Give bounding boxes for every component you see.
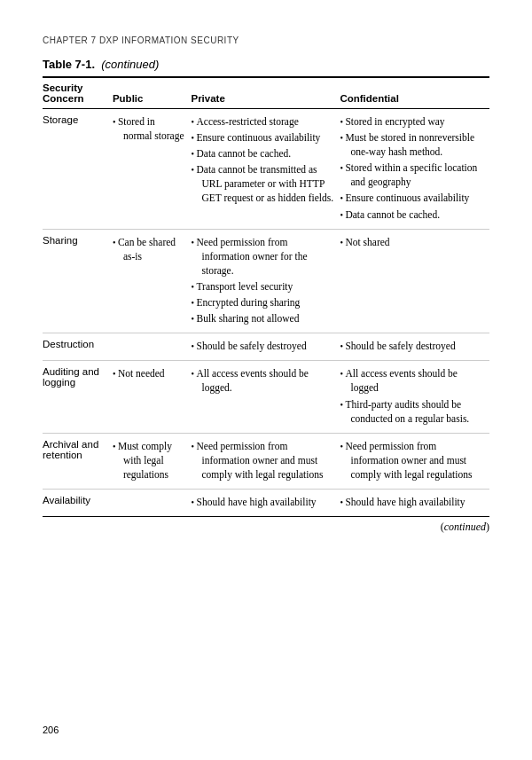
cell-confidential: Stored in encrypted wayMust be stored in… [340,109,489,230]
cell-public: Stored in normal storage [113,109,192,230]
list-item: Should have high availability [340,495,484,509]
list-item: Bulk sharing not allowed [191,311,334,325]
col-header-confidential: Confidential [340,77,489,109]
list-item: Need permission from information owner f… [191,235,334,278]
cell-concern: Storage [43,109,113,230]
list-item: Data cannot be cached. [340,208,484,222]
cell-private: Should have high availability [191,489,340,516]
table-row: Archival and retentionMust comply with l… [43,433,489,489]
list-item: Not shared [340,235,484,249]
list-item: Access-restricted storage [191,114,334,129]
list-item: Data cannot be transmitted as URL parame… [191,162,334,205]
table-row: StorageStored in normal storageAccess-re… [43,109,489,230]
cell-concern: Archival and retention [43,433,113,489]
table-row: SharingCan be shared as-isNeed permissio… [43,229,489,333]
list-item: Should be safely destroyed [340,339,484,353]
cell-confidential: Not shared [340,229,489,333]
page-number: 206 [43,725,59,735]
cell-concern: Sharing [43,229,113,333]
col-header-private: Private [191,77,340,109]
list-item: Should have high availability [191,495,334,509]
list-item: Stored in encrypted way [340,114,484,129]
list-item: Should be safely destroyed [191,339,334,353]
list-item: Must comply with legal regulations [113,439,186,482]
chapter-header: CHAPTER 7 DXP INFORMATION SECURITY [43,35,489,45]
table-row: Auditing and loggingNot neededAll access… [43,361,489,433]
table-title-bold: Table 7-1. [43,58,95,71]
list-item: Transport level security [191,279,334,294]
cell-confidential: All access events should be loggedThird-… [340,361,489,433]
continued-footer: (continued) [43,521,489,534]
cell-private: All access events should be logged. [191,361,340,433]
list-item: All access events should be logged. [191,366,334,395]
cell-public [113,333,192,361]
list-item: Ensure continuous availability [340,191,484,205]
list-item: Need permission from information owner a… [191,439,334,482]
security-table: SecurityConcern Public Private Confident… [43,76,489,517]
cell-private: Need permission from information owner f… [191,229,340,333]
list-item: Ensure continuous availability [191,130,334,145]
col-header-public: Public [113,77,192,109]
list-item: All access events should be logged [340,366,484,395]
list-item: Not needed [113,366,186,380]
table-row: AvailabilityShould have high availabilit… [43,489,489,516]
list-item: Stored in normal storage [113,114,186,143]
cell-concern: Destruction [43,333,113,361]
list-item: Need permission from information owner a… [340,439,484,482]
cell-concern: Availability [43,489,113,516]
cell-public: Not needed [113,361,192,433]
list-item: Can be shared as-is [113,235,186,263]
cell-public [113,489,192,516]
list-item: Encrypted during sharing [191,295,334,309]
cell-public: Can be shared as-is [113,229,192,333]
cell-confidential: Need permission from information owner a… [340,433,489,489]
cell-confidential: Should be safely destroyed [340,333,489,361]
table-title: Table 7-1. (continued) [43,58,489,71]
list-item: Data cannot be cached. [191,146,334,161]
cell-concern: Auditing and logging [43,361,113,433]
list-item: Stored within a specific location and ge… [340,161,484,189]
col-header-concern: SecurityConcern [43,77,113,109]
list-item: Must be stored in nonreversible one-way … [340,130,484,159]
cell-public: Must comply with legal regulations [113,433,192,489]
cell-private: Access-restricted storageEnsure continuo… [191,109,340,230]
cell-private: Should be safely destroyed [191,333,340,361]
cell-private: Need permission from information owner a… [191,433,340,489]
cell-confidential: Should have high availability [340,489,489,516]
table-row: DestructionShould be safely destroyedSho… [43,333,489,361]
table-header-row: SecurityConcern Public Private Confident… [43,77,489,109]
continued-text: continued [444,521,486,533]
list-item: Third-party audits should be conducted o… [340,397,484,426]
table-title-italic: (continued) [101,58,159,71]
